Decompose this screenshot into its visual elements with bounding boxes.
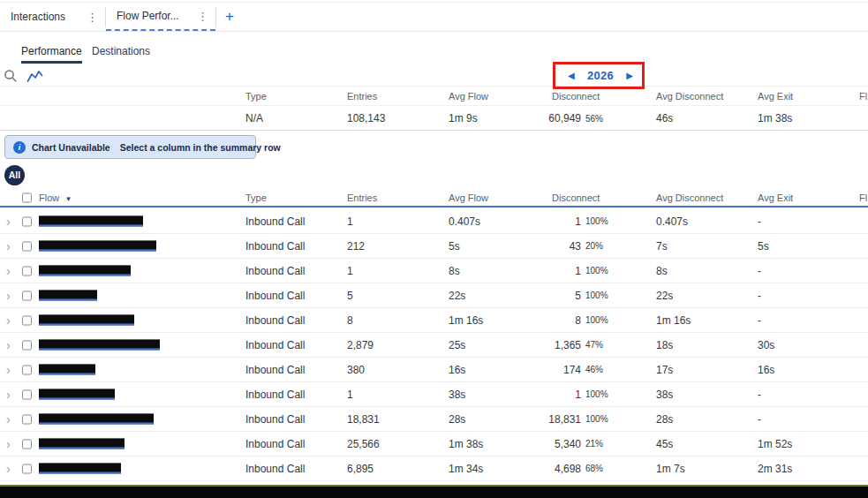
cell-avg-flow: 1m 16s	[449, 308, 483, 333]
row-checkbox[interactable]	[22, 464, 32, 473]
col-avg-exit[interactable]: Avg Exit	[758, 88, 793, 104]
cell-disconnect: 174	[509, 358, 581, 382]
row-expand-icon[interactable]: ›	[6, 463, 11, 475]
col-fl-clipped[interactable]: Fl	[859, 189, 867, 208]
flow-name-link-redacted[interactable]	[39, 389, 115, 399]
col-type[interactable]: Type	[245, 88, 267, 104]
row-checkbox[interactable]	[22, 439, 32, 449]
table-row[interactable]: › Inbound Call 1 0.407s 1 100% 0.407s -	[0, 209, 868, 234]
kebab-menu-icon[interactable]: ⋮	[197, 10, 208, 23]
table-row[interactable]: › Inbound Call 5 22s 5 100% 22s -	[0, 283, 868, 308]
cell-avg-exit: 1m 52s	[758, 432, 792, 456]
flow-name-link-redacted[interactable]	[39, 413, 154, 424]
cell-disconnect: 5	[509, 283, 581, 308]
cell-type: Inbound Call	[245, 358, 305, 382]
chart-toggle-icon[interactable]	[26, 70, 43, 87]
col-avg-disconnect[interactable]: Avg Disconnect	[656, 88, 723, 104]
summary-row[interactable]: N/A 108,143 1m 9s 60,949 56% 46s 1m 38s	[0, 105, 868, 131]
search-icon[interactable]	[4, 69, 18, 87]
cell-disconnect: 5,340	[509, 432, 581, 456]
cell-disconnect-pct: 20%	[585, 234, 603, 259]
row-expand-icon[interactable]: ›	[6, 438, 11, 450]
table-row[interactable]: › Inbound Call 380 16s 174 46% 17s 16s	[0, 358, 868, 382]
table-row[interactable]: › Inbound Call 1 38s 1 100% 38s -	[0, 382, 868, 407]
cell-avg-exit: -	[758, 259, 761, 283]
row-expand-icon[interactable]: ›	[6, 339, 11, 351]
col-avg-disconnect[interactable]: Avg Disconnect	[656, 189, 723, 208]
flow-name-link-redacted[interactable]	[39, 314, 134, 325]
row-expand-icon[interactable]: ›	[6, 364, 11, 376]
row-checkbox[interactable]	[22, 365, 32, 374]
flow-name-link-redacted[interactable]	[39, 290, 97, 300]
row-checkbox[interactable]	[22, 216, 32, 226]
flow-name-link-redacted[interactable]	[39, 339, 160, 350]
flow-name-link-redacted[interactable]	[39, 463, 121, 473]
table-row[interactable]: › Inbound Call 18,831 28s 18,831 100% 28…	[0, 407, 868, 432]
col-fl-clipped[interactable]: Fl	[859, 88, 867, 104]
filter-badge-all[interactable]: All	[4, 165, 25, 185]
row-expand-icon[interactable]: ›	[6, 290, 11, 302]
add-tab-button[interactable]: +	[217, 3, 242, 31]
col-entries[interactable]: Entries	[347, 88, 377, 104]
banner-title: Chart Unavailable	[32, 142, 110, 153]
cell-avg-disconnect: 7s	[656, 234, 668, 259]
row-expand-icon[interactable]: ›	[6, 240, 11, 253]
workspace-tab-label: Interactions	[11, 11, 65, 23]
table-row[interactable]: › Inbound Call 25,566 1m 38s 5,340 21% 4…	[0, 432, 868, 456]
row-checkbox[interactable]	[22, 290, 32, 300]
col-avg-flow[interactable]: Avg Flow	[449, 189, 488, 208]
summary-avg-exit: 1m 38s	[758, 106, 792, 132]
next-year-button[interactable]: ▶	[626, 71, 633, 80]
sort-arrow-icon[interactable]: ▾	[66, 194, 71, 203]
col-disconnect[interactable]: Disconnect	[552, 88, 600, 104]
cell-avg-exit: -	[758, 283, 761, 308]
col-avg-exit[interactable]: Avg Exit	[758, 189, 793, 208]
flow-name-link-redacted[interactable]	[39, 364, 95, 374]
row-checkbox[interactable]	[22, 315, 32, 325]
row-checkbox[interactable]	[22, 241, 32, 251]
cell-disconnect: 1	[509, 259, 581, 283]
flow-performance-window: Interactions ⋮ Flow Perfor... ⋮ + Perfor…	[0, 0, 868, 498]
table-row[interactable]: › Inbound Call 6,895 1m 34s 4,698 68% 1m…	[0, 456, 868, 481]
col-entries[interactable]: Entries	[347, 189, 377, 208]
summary-avg-flow: 1m 9s	[449, 106, 478, 132]
table-row[interactable]: › Inbound Call 1 8s 1 100% 8s -	[0, 259, 868, 283]
workspace-tab-interactions[interactable]: Interactions ⋮	[0, 3, 105, 31]
table-row[interactable]: › Inbound Call 212 5s 43 20% 7s 5s	[0, 234, 868, 259]
flow-name-link-redacted[interactable]	[39, 438, 125, 449]
cell-avg-disconnect: 8s	[656, 259, 668, 283]
col-disconnect[interactable]: Disconnect	[552, 189, 600, 208]
prev-year-button[interactable]: ◀	[568, 71, 575, 80]
flow-name-link-redacted[interactable]	[39, 265, 131, 275]
col-flow[interactable]: Flow ▾	[39, 189, 71, 208]
cell-entries: 8	[347, 308, 353, 333]
flow-name-link-redacted[interactable]	[39, 215, 143, 226]
row-expand-icon[interactable]: ›	[6, 413, 11, 426]
cell-disconnect-pct: 100%	[585, 209, 608, 234]
row-checkbox[interactable]	[22, 266, 32, 275]
cell-avg-exit: 2m 31s	[758, 456, 792, 481]
workspace-tab-flow-performance[interactable]: Flow Perfor... ⋮	[106, 3, 215, 31]
row-expand-icon[interactable]: ›	[6, 215, 11, 228]
divider	[0, 86, 868, 87]
row-checkbox[interactable]	[22, 389, 32, 399]
row-expand-icon[interactable]: ›	[6, 389, 11, 401]
col-avg-flow[interactable]: Avg Flow	[449, 88, 488, 104]
kebab-menu-icon[interactable]: ⋮	[87, 11, 98, 24]
tab-performance[interactable]: Performance	[21, 43, 82, 64]
row-checkbox[interactable]	[22, 340, 32, 350]
row-expand-icon[interactable]: ›	[6, 265, 11, 277]
summary-entries: 108,143	[347, 106, 385, 132]
year-label[interactable]: 2026	[587, 69, 614, 82]
col-type[interactable]: Type	[245, 189, 267, 208]
table-row[interactable]: › Inbound Call 2,879 25s 1,365 47% 18s 3…	[0, 333, 868, 358]
cell-disconnect: 8	[509, 308, 581, 333]
row-checkbox[interactable]	[22, 414, 32, 424]
toolbar	[4, 69, 43, 87]
table-row[interactable]: › Inbound Call 8 1m 16s 8 100% 1m 16s -	[0, 308, 868, 333]
flow-name-link-redacted[interactable]	[39, 240, 156, 251]
cell-entries: 6,895	[347, 456, 374, 481]
row-expand-icon[interactable]: ›	[6, 314, 11, 327]
select-all-checkbox[interactable]	[22, 192, 32, 202]
tab-destinations[interactable]: Destinations	[92, 43, 150, 64]
